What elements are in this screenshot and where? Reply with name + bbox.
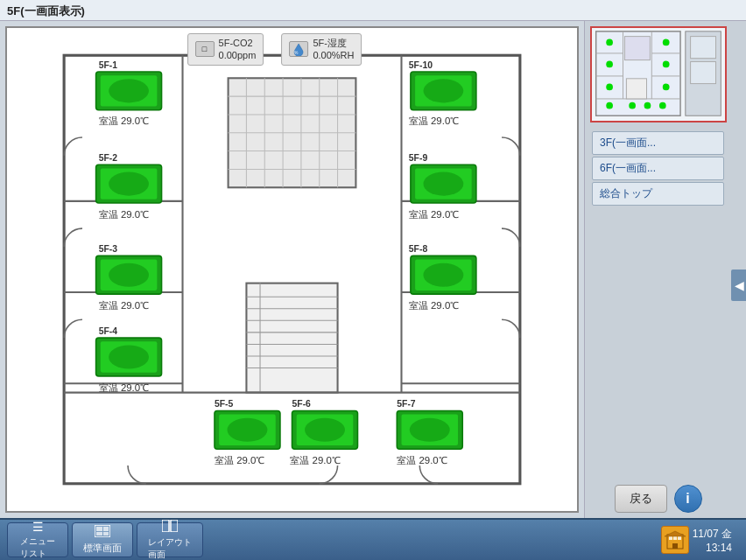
main-container: 5F(一画面表示) □ 5F-CO2 0.00ppm xyxy=(0,0,746,560)
menu-list-button[interactable]: ☰ メニュー リスト xyxy=(7,522,68,557)
svg-rect-113 xyxy=(669,536,672,540)
svg-rect-114 xyxy=(673,536,677,540)
svg-point-54 xyxy=(228,418,268,442)
humidity-sensor-badge[interactable]: % 5F-湿度 0.00%RH xyxy=(281,33,362,66)
svg-rect-104 xyxy=(690,62,715,84)
content-area: □ 5F-CO2 0.00ppm % xyxy=(0,21,746,518)
svg-rect-91 xyxy=(626,79,646,99)
floor-plan-svg: 室温 29.0℃ 5F-1 室温 29.0℃ 5F-2 室温 29.0℃ 5F-… xyxy=(7,28,577,511)
svg-point-59 xyxy=(305,418,345,442)
menu-label: メニュー リスト xyxy=(20,536,55,560)
svg-point-101 xyxy=(606,102,613,109)
svg-point-97 xyxy=(662,84,669,91)
floor-plan-area: □ 5F-CO2 0.00ppm % xyxy=(0,21,584,518)
svg-text:室温 29.0℃: 室温 29.0℃ xyxy=(409,116,459,126)
svg-rect-115 xyxy=(678,536,681,540)
co2-icon: □ xyxy=(195,41,215,57)
page-title: 5F(一画面表示) xyxy=(0,0,746,21)
nav-link-3f[interactable]: 3F(一画面... xyxy=(592,131,724,155)
svg-point-64 xyxy=(410,418,450,442)
sidebar-collapse-arrow[interactable]: ◀ xyxy=(731,270,746,301)
layout-icon xyxy=(162,520,178,535)
svg-point-98 xyxy=(629,102,636,109)
svg-point-79 xyxy=(423,79,463,102)
standard-label: 標準画面 xyxy=(83,542,122,555)
svg-point-69 xyxy=(423,263,463,287)
svg-rect-110 xyxy=(162,520,169,532)
bottom-buttons: 戻る i xyxy=(585,480,731,518)
datetime-display: 11/07 金 13:14 xyxy=(693,527,732,554)
svg-text:5F-7: 5F-7 xyxy=(397,399,416,409)
svg-point-44 xyxy=(109,263,149,287)
svg-point-100 xyxy=(658,102,665,109)
svg-rect-107 xyxy=(103,527,109,531)
svg-rect-109 xyxy=(103,532,109,536)
svg-point-94 xyxy=(606,84,613,91)
svg-rect-103 xyxy=(690,37,715,59)
svg-point-49 xyxy=(109,345,149,368)
svg-rect-90 xyxy=(624,37,650,60)
floor-plan-frame: □ 5F-CO2 0.00ppm % xyxy=(5,26,579,513)
building-icon[interactable] xyxy=(661,526,689,554)
svg-point-93 xyxy=(606,61,613,68)
svg-text:室温 29.0℃: 室温 29.0℃ xyxy=(99,209,149,220)
menu-icon: ☰ xyxy=(32,520,44,534)
layout-view-button[interactable]: レイアウト 画面 xyxy=(137,522,203,557)
standard-view-button[interactable]: 標準画面 xyxy=(72,522,133,557)
svg-rect-106 xyxy=(96,527,102,531)
svg-text:5F-10: 5F-10 xyxy=(409,60,433,70)
sensor-bar: □ 5F-CO2 0.00ppm % xyxy=(187,33,362,66)
svg-text:5F-1: 5F-1 xyxy=(99,60,118,70)
svg-text:5F-4: 5F-4 xyxy=(99,326,118,336)
standard-icon xyxy=(95,525,110,540)
svg-rect-116 xyxy=(672,543,678,549)
svg-marker-117 xyxy=(665,531,686,536)
nav-links: 3F(一画面... 6F(一画面... 総合トップ xyxy=(585,128,731,209)
svg-point-92 xyxy=(606,39,613,46)
svg-text:%: % xyxy=(294,50,299,55)
svg-text:室温 29.0℃: 室温 29.0℃ xyxy=(397,455,447,466)
svg-point-39 xyxy=(109,172,149,196)
svg-text:5F-5: 5F-5 xyxy=(215,399,234,409)
humidity-value: 5F-湿度 0.00%RH xyxy=(313,37,354,62)
svg-rect-111 xyxy=(171,520,178,532)
layout-label: レイアウト 画面 xyxy=(148,536,192,561)
svg-text:室温 29.0℃: 室温 29.0℃ xyxy=(99,116,149,126)
nav-link-top[interactable]: 総合トップ xyxy=(592,182,724,206)
back-button[interactable]: 戻る xyxy=(615,485,667,513)
svg-text:5F-6: 5F-6 xyxy=(292,399,312,409)
svg-point-96 xyxy=(662,61,669,68)
svg-text:室温 29.0℃: 室温 29.0℃ xyxy=(409,209,459,220)
svg-point-34 xyxy=(109,79,149,102)
svg-point-74 xyxy=(423,172,463,196)
svg-text:室温 29.0℃: 室温 29.0℃ xyxy=(99,382,149,393)
svg-text:5F-2: 5F-2 xyxy=(99,153,118,163)
taskbar: ☰ メニュー リスト 標準画面 レイア xyxy=(0,518,746,560)
co2-sensor-badge[interactable]: □ 5F-CO2 0.00ppm xyxy=(187,33,264,66)
svg-text:室温 29.0℃: 室温 29.0℃ xyxy=(409,300,459,311)
svg-point-99 xyxy=(644,102,651,109)
svg-rect-108 xyxy=(96,532,102,536)
right-sidebar: 3F(一画面... 6F(一画面... 総合トップ 戻る i xyxy=(584,21,731,518)
svg-text:5F-9: 5F-9 xyxy=(409,153,428,163)
nav-link-6f[interactable]: 6F(一画面... xyxy=(592,157,724,180)
svg-text:室温 29.0℃: 室温 29.0℃ xyxy=(215,455,264,466)
svg-text:5F-3: 5F-3 xyxy=(99,244,118,254)
co2-value: 5F-CO2 0.00ppm xyxy=(219,37,257,62)
minimap xyxy=(590,26,727,122)
svg-point-95 xyxy=(662,39,669,46)
svg-text:室温 29.0℃: 室温 29.0℃ xyxy=(290,455,340,466)
svg-text:5F-8: 5F-8 xyxy=(409,244,428,254)
info-button[interactable]: i xyxy=(674,485,702,513)
svg-text:室温 29.0℃: 室温 29.0℃ xyxy=(99,300,149,311)
humidity-icon: % xyxy=(289,41,308,57)
